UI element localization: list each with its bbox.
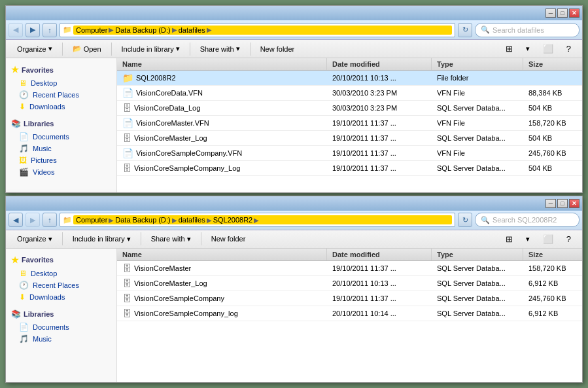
table-row[interactable]: 📁 SQL2008R2 20/10/2011 10:13 ... File fo…	[117, 71, 582, 86]
file-size-cell: 6,912 KB	[523, 276, 582, 291]
sidebar-item-desktop-2[interactable]: 🖥 Desktop	[9, 268, 114, 279]
address-bar-1[interactable]: 📁 Computer ▶ Data Backup (D:) ▶ datafile…	[60, 23, 455, 37]
path-drive-1[interactable]: Data Backup (D:)	[115, 26, 170, 34]
maximize-button-2[interactable]: □	[557, 199, 568, 208]
close-button-2[interactable]: ✕	[569, 199, 579, 208]
back-button-1[interactable]: ◀	[9, 23, 23, 37]
maximize-button-1[interactable]: □	[557, 9, 568, 18]
sidebar-item-desktop-1[interactable]: 🖥 Desktop	[9, 77, 114, 89]
table-row[interactable]: 📄 VisionCoreMaster.VFN 19/10/2011 11:37 …	[117, 116, 582, 131]
file-type-cell: SQL Server Databa...	[432, 131, 523, 145]
path-folder-2[interactable]: SQL2008R2	[213, 216, 253, 224]
include-library-button-2[interactable]: Include in library ▾	[67, 232, 137, 246]
videos-icon-1: 🎬	[19, 168, 29, 177]
file-name-cell: 🗄 VisionCoreSampleCompany_log	[117, 306, 327, 321]
table-row[interactable]: 📄 VisionCoreData.VFN 30/03/2010 3:23 PM …	[117, 86, 582, 101]
col-name-1[interactable]: Name	[117, 58, 327, 70]
view-list-button-1[interactable]: ⊞	[500, 42, 519, 56]
downloads-icon-2: ⬇	[19, 292, 26, 302]
sidebar-item-downloads-1[interactable]: ⬇ Downloads	[9, 101, 114, 113]
sidebar-item-documents-1[interactable]: 📄 Documents	[9, 131, 114, 143]
minimize-button-1[interactable]: ─	[545, 9, 556, 18]
new-folder-button-1[interactable]: New folder	[254, 42, 301, 56]
sidebar-item-videos-1[interactable]: 🎬 Videos	[9, 166, 114, 178]
table-row[interactable]: 🗄 VisionCoreData_Log 30/03/2010 3:23 PM …	[117, 101, 582, 116]
include-library-button-1[interactable]: Include in library ▾	[116, 42, 186, 56]
minimize-button-2[interactable]: ─	[545, 199, 556, 208]
path-datafiles-2[interactable]: datafiles	[179, 216, 205, 224]
col-size-2[interactable]: Size	[523, 249, 582, 260]
table-row[interactable]: 🗄 VisionCoreMaster_Log 20/10/2011 10:13 …	[117, 276, 582, 291]
col-type-1[interactable]: Type	[432, 58, 523, 70]
file-type-cell: SQL Server Databa...	[432, 161, 523, 175]
search-icon-2: 🔍	[481, 216, 490, 224]
preview-button-1[interactable]: ⬜	[537, 42, 559, 56]
view-buttons-1: ⊞ ▾ ⬜ ?	[500, 42, 577, 56]
sidebar-item-recent-2[interactable]: 🕐 Recent Places	[9, 279, 114, 291]
organize-button-2[interactable]: Organize ▾	[11, 232, 58, 246]
table-row[interactable]: 📄 VisionCoreSampleCompany.VFN 19/10/2011…	[117, 146, 582, 161]
view-toggle-button-2[interactable]: ▾	[520, 232, 536, 246]
up-button-1[interactable]: ↑	[43, 23, 57, 37]
col-date-2[interactable]: Date modified	[327, 249, 432, 260]
col-date-1[interactable]: Date modified	[327, 58, 432, 70]
table-row[interactable]: 🗄 VisionCoreSampleCompany 19/10/2011 11:…	[117, 291, 582, 306]
file-size-cell: 504 KB	[523, 161, 582, 175]
content-area-2: ★ Favorites 🖥 Desktop 🕐 Recent Places ⬇ …	[6, 249, 582, 383]
refresh-button-1[interactable]: ↻	[458, 23, 472, 37]
sidebar-item-music-1[interactable]: 🎵 Music	[9, 143, 114, 154]
db-icon: 🗄	[122, 308, 131, 319]
col-name-2[interactable]: Name	[117, 249, 327, 260]
file-name-cell: 🗄 VisionCoreData_Log	[117, 101, 327, 115]
path-folder-1[interactable]: datafiles	[179, 26, 205, 34]
address-bar-2[interactable]: 📁 Computer ▶ Data Backup (D:) ▶ datafile…	[60, 213, 455, 227]
table-row[interactable]: 🗄 VisionCoreMaster_Log 19/10/2011 11:37 …	[117, 131, 582, 146]
libraries-header-1: 📚 Libraries	[9, 118, 114, 130]
table-row[interactable]: 🗄 VisionCoreMaster 19/10/2011 11:37 ... …	[117, 261, 582, 276]
open-button-1[interactable]: 📂 Open	[67, 42, 107, 56]
sidebar-item-downloads-2[interactable]: ⬇ Downloads	[9, 291, 114, 303]
search-box-2[interactable]: 🔍 Search SQL2008R2	[475, 213, 579, 227]
share-with-button-2[interactable]: Share with ▾	[145, 232, 197, 246]
sep-5	[62, 232, 63, 245]
sidebar-item-documents-2[interactable]: 📄 Documents	[9, 321, 114, 333]
preview-button-2[interactable]: ⬜	[537, 232, 559, 246]
up-button-2[interactable]: ↑	[43, 213, 57, 227]
organize-button-1[interactable]: Organize ▾	[11, 42, 58, 56]
forward-button-2[interactable]: ▶	[26, 213, 40, 227]
sidebar-item-recent-1[interactable]: 🕐 Recent Places	[9, 89, 114, 101]
db-icon: 🗄	[122, 278, 131, 289]
sidebar-item-music-2[interactable]: 🎵 Music	[9, 333, 114, 345]
file-size-cell: 88,384 KB	[523, 86, 582, 100]
sidebar-item-pictures-1[interactable]: 🖼 Pictures	[9, 154, 114, 166]
file-name-cell: 🗄 VisionCoreSampleCompany	[117, 291, 327, 306]
table-row[interactable]: 🗄 VisionCoreSampleCompany_log 20/10/2011…	[117, 306, 582, 321]
path-computer-1[interactable]: Computer	[76, 26, 107, 34]
path-computer-2[interactable]: Computer	[76, 216, 107, 224]
new-folder-button-2[interactable]: New folder	[205, 232, 252, 246]
file-type-cell: VFN File	[432, 116, 523, 130]
file-size-cell: 504 KB	[523, 131, 582, 145]
sep-1	[62, 43, 63, 56]
help-button-1[interactable]: ?	[561, 42, 577, 56]
db-icon: 🗄	[122, 163, 131, 173]
help-button-2[interactable]: ?	[561, 232, 577, 246]
toolbar-2: Organize ▾ Include in library ▾ Share wi…	[6, 230, 582, 249]
view-toggle-button-1[interactable]: ▾	[520, 42, 536, 56]
forward-button-1[interactable]: ▶	[26, 23, 40, 37]
desktop-icon-1: 🖥	[19, 79, 27, 88]
close-button-1[interactable]: ✕	[569, 9, 579, 18]
chevron-down-icon-4: ▾	[48, 235, 52, 243]
share-with-button-1[interactable]: Share with ▾	[194, 42, 246, 56]
refresh-button-2[interactable]: ↻	[458, 213, 472, 227]
col-type-2[interactable]: Type	[432, 249, 523, 260]
view-buttons-2: ⊞ ▾ ⬜ ?	[500, 232, 577, 246]
table-row[interactable]: 🗄 VisionCoreSampleCompany_Log 19/10/2011…	[117, 161, 582, 176]
path-drive-2[interactable]: Data Backup (D:)	[115, 216, 170, 224]
file-type-cell: SQL Server Databa...	[432, 101, 523, 115]
col-size-1[interactable]: Size	[523, 58, 582, 70]
doc-icon: 📄	[122, 148, 133, 158]
search-box-1[interactable]: 🔍 Search datafiles	[475, 23, 579, 37]
view-list-button-2[interactable]: ⊞	[500, 232, 519, 246]
back-button-2[interactable]: ◀	[9, 213, 23, 227]
